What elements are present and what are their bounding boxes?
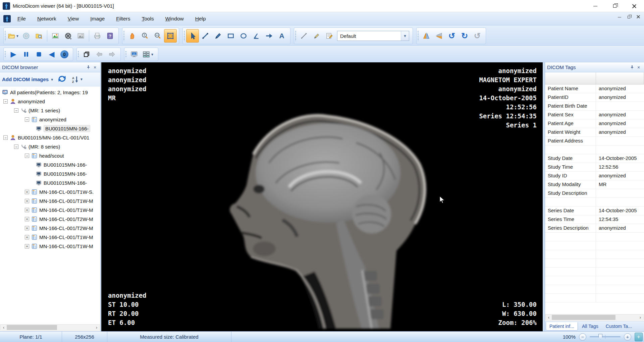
tree-item-series[interactable]: MN-166-CL-001/T1W-S. (0, 187, 100, 196)
print-button[interactable] (91, 29, 104, 43)
tag-row[interactable]: Patient Nameanonymized (545, 84, 644, 93)
pin-button[interactable] (629, 64, 635, 71)
tab-all-tags[interactable]: All Tags (579, 322, 602, 330)
refresh-button[interactable] (58, 75, 66, 84)
tag-row[interactable]: Study Date14-October-2005 (545, 154, 644, 163)
close-panel-button[interactable]: × (635, 64, 642, 71)
tag-name-column-header[interactable] (545, 72, 596, 84)
window-level-pencil-button[interactable] (310, 29, 323, 43)
scroll-left-icon[interactable]: ‹ (1, 325, 7, 330)
play-button[interactable]: ▶ (7, 49, 20, 60)
pin-button[interactable] (85, 64, 92, 71)
scroll-left-icon[interactable]: ‹ (546, 315, 552, 320)
stop-button[interactable] (33, 49, 45, 60)
expand-icon[interactable] (25, 244, 29, 248)
collapse-icon[interactable] (25, 117, 29, 122)
flip-horizontal-button[interactable] (420, 29, 433, 43)
tree-item-image-selected[interactable]: BU001015MN-166- (0, 124, 100, 133)
tree-item-all-patients[interactable]: All patients(Patients: 2, Images: 19 (0, 88, 100, 97)
menu-view[interactable]: View (63, 14, 84, 24)
copy-image-button[interactable] (74, 29, 87, 43)
tree-item-series[interactable]: MN-166-CL-001/T1W-M (0, 196, 100, 206)
close-panel-button[interactable]: × (92, 64, 98, 71)
forward-button[interactable] (106, 49, 118, 60)
expand-icon[interactable] (25, 217, 29, 221)
tag-row[interactable]: Patient Birth Date (545, 102, 644, 111)
expand-icon[interactable] (25, 226, 29, 230)
tag-row[interactable]: Patient Weightanonymized (545, 128, 644, 137)
scan-folder-button[interactable] (33, 29, 45, 43)
tree-item-series[interactable]: MN-166-CL-001/T2W-M (0, 224, 100, 233)
child-close-button[interactable] (636, 15, 641, 19)
window-level-edit-button[interactable] (323, 29, 336, 43)
zoom-tool-button[interactable] (139, 29, 151, 43)
collapse-icon[interactable] (25, 154, 29, 158)
tag-row[interactable]: Study IDanonymized (545, 172, 644, 180)
child-minimize-button[interactable] (617, 15, 622, 19)
tree-item-patient[interactable]: BU001015/MN-166-CL-001/V01 (0, 133, 100, 142)
sort-button[interactable]: AZ ▼ (72, 76, 83, 83)
rectangle-tool-button[interactable] (224, 29, 237, 43)
zoom-region-button[interactable] (164, 29, 177, 43)
browser-horizontal-scrollbar[interactable]: ‹ › (0, 324, 100, 331)
tag-row[interactable]: Series Descriptionanonymized (545, 224, 644, 233)
zoom-in-button[interactable]: + (624, 333, 631, 341)
menu-tools[interactable]: Tools (137, 14, 158, 24)
menu-file[interactable]: File (13, 14, 31, 24)
tree-item-study[interactable]: (MR: 8 series) (0, 142, 100, 151)
open-dicom-button[interactable]: ▼ (7, 29, 20, 43)
pointer-tool-button[interactable] (186, 29, 199, 43)
tree-item-patient[interactable]: anonymized (0, 97, 100, 106)
previous-frame-button[interactable]: ◀ (45, 49, 58, 60)
tree-item-series[interactable]: MN-166-CL-001/T1W-M (0, 206, 100, 215)
expand-icon[interactable] (25, 190, 29, 194)
ellipse-tool-button[interactable] (237, 29, 250, 43)
pause-button[interactable] (20, 49, 33, 60)
scroll-right-icon[interactable]: › (94, 325, 100, 330)
menu-window[interactable]: Window (161, 14, 189, 24)
restore-button[interactable] (605, 0, 625, 12)
measure-line-button[interactable] (199, 29, 212, 43)
tree-item-series[interactable]: MN-166-CL-001/T1W-M (0, 242, 100, 251)
menu-filters[interactable]: Filters (111, 14, 135, 24)
export-image-button[interactable] (49, 29, 62, 43)
frame-counter-button[interactable]: 0 (58, 49, 71, 60)
tree-item-study[interactable]: (MR: 1 series) (0, 106, 100, 115)
app-menu-icon[interactable] (3, 15, 11, 22)
expand-icon[interactable] (25, 235, 29, 239)
rotate-left-button[interactable]: ↺ (445, 29, 458, 43)
zoom-out-button[interactable]: − (579, 333, 586, 341)
flip-vertical-button[interactable] (433, 29, 445, 43)
tag-row[interactable]: Study ModalityMR (545, 180, 644, 189)
close-button[interactable] (625, 0, 644, 12)
tag-value-column-header[interactable] (596, 72, 644, 84)
resize-grip-button[interactable]: + (635, 333, 643, 341)
expand-icon[interactable] (25, 199, 29, 203)
back-button[interactable] (93, 49, 106, 60)
window-level-line-button[interactable] (298, 29, 310, 43)
text-tool-button[interactable]: A (275, 29, 288, 43)
tree-item-series[interactable]: anonymized (0, 115, 100, 124)
draw-pencil-button[interactable] (212, 29, 224, 43)
menu-image[interactable]: Image (86, 14, 109, 24)
pan-hand-button[interactable] (126, 29, 139, 43)
zoom-1-1-button[interactable]: 1:1 (151, 29, 164, 43)
collapse-icon[interactable] (3, 99, 8, 104)
menu-help[interactable]: Help (191, 14, 211, 24)
help-button[interactable]: ? (104, 29, 116, 43)
rotate-right-button[interactable]: ↻ (458, 29, 471, 43)
tab-patient-info[interactable]: Patient inf... (546, 322, 578, 331)
wl-preset-combobox[interactable]: Default ▼ (337, 31, 409, 41)
collapse-icon[interactable] (14, 108, 18, 113)
collapse-icon[interactable] (14, 145, 18, 149)
tree-item-image[interactable]: BU001015MN-166- (0, 169, 100, 178)
tags-horizontal-scrollbar[interactable]: ‹ › (545, 314, 644, 321)
arrow-tool-button[interactable] (263, 29, 275, 43)
tree-item-image[interactable]: BU001015MN-166- (0, 178, 100, 187)
tag-row[interactable]: Patient Sexanonymized (545, 111, 644, 119)
add-dicom-images-button[interactable]: Add DICOM images (2, 76, 49, 82)
collapse-icon[interactable] (3, 135, 8, 140)
angle-tool-button[interactable] (250, 29, 263, 43)
rotate-180-button[interactable]: ↺ (471, 29, 484, 43)
minimize-button[interactable] (586, 0, 605, 12)
